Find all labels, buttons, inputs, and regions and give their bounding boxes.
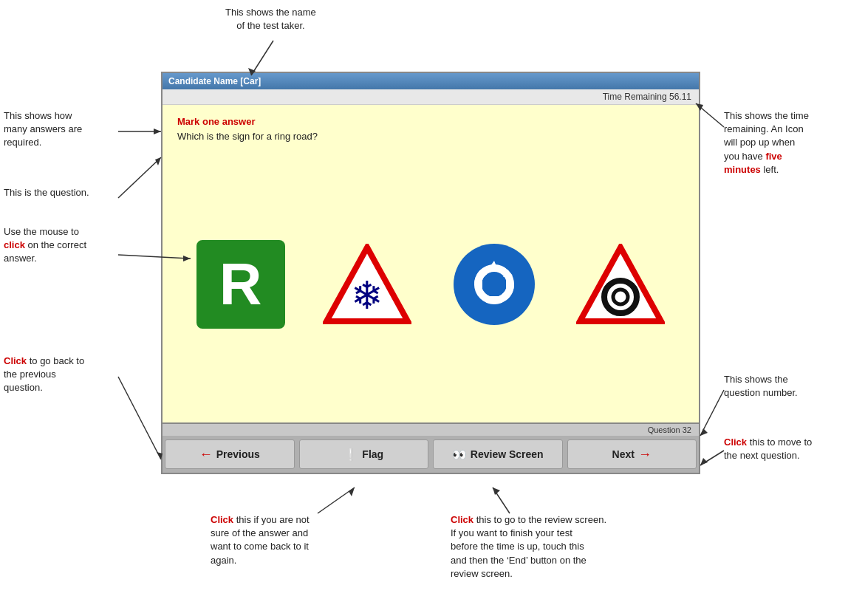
timer-label: Time Remaining 56.11	[603, 92, 691, 102]
annotation-bottom-review-line5: review screen.	[451, 568, 513, 579]
sign-r-icon: R	[196, 240, 285, 329]
annotation-top-center-line2: of the test taker.	[236, 20, 305, 31]
question-number: Question 32	[648, 425, 691, 434]
annotation-right-timer-line3: will pop up when	[724, 137, 795, 148]
annotation-top-center: This shows the name of the test taker.	[225, 6, 316, 32]
annotation-left-prev-line2: the previous	[4, 369, 56, 380]
annotation-right-next: Click this to move to the next question.	[724, 436, 812, 462]
annotation-right-timer-line2: remaining. An Icon	[724, 123, 804, 134]
test-window: Candidate Name [Car] Time Remaining 56.1…	[161, 72, 700, 474]
svg-line-28	[700, 451, 724, 465]
window-title: Candidate Name [Car]	[168, 76, 261, 86]
annotation-left-top-line1: This shows how	[4, 110, 72, 121]
flag-button[interactable]: ❕ Flag	[299, 439, 429, 469]
annotation-right-qnum-line1: This shows the	[724, 374, 788, 385]
annotation-bottom-review-line4: and then the ‘End’ button on the	[451, 555, 587, 566]
sign-roundabout-icon	[454, 244, 535, 325]
annotation-right-qnum: This shows the question number.	[724, 373, 798, 400]
annotation-left-prev-click: Click	[4, 355, 27, 366]
annotation-left-previous: Click to go back to the previous questio…	[4, 355, 84, 395]
svg-marker-29	[700, 458, 708, 465]
annotation-right-timer-line1: This shows the time	[724, 110, 809, 121]
annotation-right-qnum-line2: question number.	[724, 387, 798, 398]
nav-buttons: ← Previous ❕ Flag 👀 Review Screen Next →	[163, 436, 699, 473]
svg-marker-31	[349, 487, 355, 496]
annotation-left-top-line2: many answers are	[4, 123, 82, 134]
annotation-left-mouse-click: click	[4, 239, 25, 250]
annotation-left-prev-line1: to go back to	[27, 355, 84, 366]
annotation-bottom-flag-line4: again.	[211, 555, 236, 566]
annotation-bottom-review-click: Click	[451, 514, 473, 525]
annotation-bottom-flag-line3: want to come back to it	[211, 541, 309, 552]
question-text: Which is the sign for a ring road?	[177, 131, 684, 142]
timer-bar: Time Remaining 56.11	[163, 89, 699, 105]
annotation-bottom-flag-click: Click	[211, 514, 233, 525]
svg-line-32	[493, 487, 510, 513]
annotation-left-question-line1: This is the question.	[4, 187, 89, 198]
review-button[interactable]: 👀 Review Screen	[433, 439, 563, 469]
annotation-right-timer-line5: left.	[761, 164, 779, 175]
annotation-bottom-review-line1: this to go to the review screen.	[473, 514, 606, 525]
annotation-right-next-line2: the next question.	[724, 450, 800, 461]
annotation-right-timer-minutes: minutes	[724, 164, 761, 175]
annotation-top-center-line1: This shows the name	[225, 7, 316, 18]
answer-d[interactable]	[565, 229, 676, 340]
answer-b[interactable]: ❄	[312, 229, 423, 340]
svg-line-30	[318, 487, 355, 513]
question-number-bar: Question 32	[163, 424, 699, 436]
annotation-right-next-click: Click	[724, 437, 747, 448]
annotation-left-top: This shows how many answers are required…	[4, 109, 82, 150]
annotation-left-top-line3: required.	[4, 137, 41, 148]
svg-line-24	[118, 377, 161, 459]
bottom-bar: Question 32 ← Previous ❕ Flag 👀 Review S…	[163, 422, 699, 473]
title-bar: Candidate Name [Car]	[163, 73, 699, 89]
annotation-left-prev-line3: question.	[4, 382, 43, 393]
annotation-bottom-flag: Click this if you are not sure of the an…	[211, 513, 310, 567]
annotation-bottom-review-line3: before the time is up, touch this	[451, 541, 584, 552]
svg-line-14	[251, 41, 273, 75]
flag-icon: ❕	[343, 448, 358, 462]
answers-row: R ❄	[177, 157, 684, 411]
annotation-left-question: This is the question.	[4, 186, 89, 199]
next-label: Next	[612, 448, 635, 460]
previous-arrow-icon: ←	[199, 447, 213, 462]
previous-label: Previous	[216, 448, 260, 460]
flag-label: Flag	[362, 448, 383, 460]
svg-marker-33	[493, 487, 500, 495]
svg-marker-17	[154, 129, 161, 134]
annotation-right-timer: This shows the time remaining. An Icon w…	[724, 109, 809, 177]
annotation-right-timer-line4: you have	[724, 151, 765, 162]
svg-line-18	[118, 157, 161, 198]
annotation-right-timer-five: five	[765, 151, 782, 162]
review-icon: 👀	[452, 448, 467, 462]
svg-text:❄: ❄	[351, 274, 383, 317]
annotation-left-mouse-line1: Use the mouse to	[4, 226, 79, 237]
annotation-left-mouse-line2: on the correct	[25, 239, 86, 250]
answer-a[interactable]: R	[185, 229, 296, 340]
annotation-bottom-review-line2: If you want to finish your test	[451, 527, 572, 538]
next-button[interactable]: Next →	[567, 439, 697, 469]
review-label: Review Screen	[471, 448, 544, 460]
annotation-bottom-review: Click this to go to the review screen. I…	[451, 513, 606, 581]
svg-line-26	[700, 390, 724, 436]
mark-answer-label: Mark one answer	[177, 116, 684, 127]
annotation-bottom-flag-line2: sure of the answer and	[211, 527, 308, 538]
answer-c[interactable]	[439, 229, 550, 340]
svg-marker-27	[700, 428, 708, 436]
annotation-right-next-line1: this to move to	[747, 437, 812, 448]
annotation-left-mouse: Use the mouse to click on the correct an…	[4, 225, 86, 266]
next-arrow-icon: →	[638, 447, 652, 462]
annotation-bottom-flag-line1: this if you are not	[233, 514, 310, 525]
previous-button[interactable]: ← Previous	[165, 439, 295, 469]
question-area: Mark one answer Which is the sign for a …	[163, 105, 699, 422]
annotation-left-mouse-line3: answer.	[4, 253, 37, 264]
svg-marker-19	[155, 157, 161, 165]
sign-give-way-icon	[576, 244, 665, 325]
sign-snowflake-icon: ❄	[323, 244, 411, 325]
